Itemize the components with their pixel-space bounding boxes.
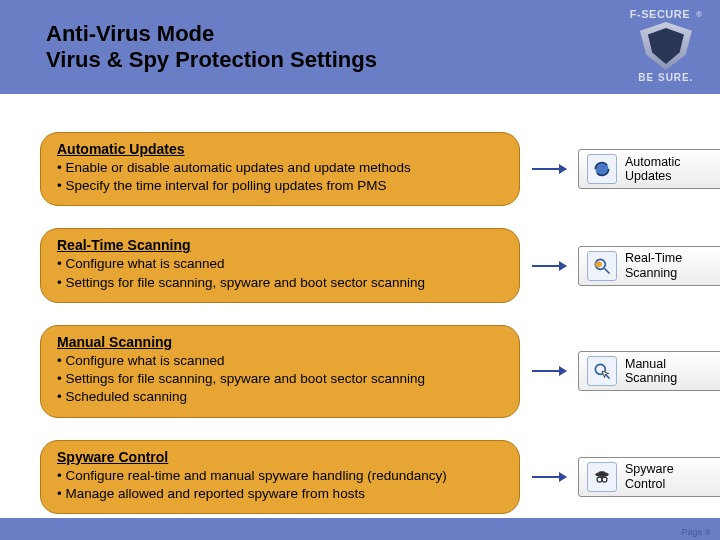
brand-shield-icon bbox=[640, 22, 692, 70]
title-line-2: Virus & Spy Protection Settings bbox=[46, 47, 377, 73]
brand-registered: ® bbox=[696, 10, 702, 19]
card-bullet: • Specify the time interval for polling … bbox=[57, 177, 501, 195]
slide-header: Anti-Virus Mode Virus & Spy Protection S… bbox=[0, 0, 720, 94]
card-bullet: • Manage allowed and reported spyware fr… bbox=[57, 485, 501, 503]
globe-refresh-icon bbox=[587, 154, 617, 184]
spy-icon bbox=[587, 462, 617, 492]
tile-real-time-scanning[interactable]: Real-Time Scanning bbox=[578, 246, 720, 286]
arrow-icon bbox=[532, 168, 566, 170]
section-spyware-control: Spyware Control • Configure real-time an… bbox=[40, 440, 704, 514]
arrow-icon bbox=[532, 265, 566, 267]
brand-block: F-SECURE ® BE SURE. bbox=[630, 8, 702, 83]
tile-automatic-updates[interactable]: Automatic Updates bbox=[578, 149, 720, 189]
slide-body: Automatic Updates • Enable or disable au… bbox=[0, 94, 720, 514]
svg-point-9 bbox=[602, 477, 607, 482]
svg-line-2 bbox=[605, 268, 610, 273]
tile-label: Spyware Control bbox=[625, 462, 674, 491]
tile-label: Automatic Updates bbox=[625, 155, 681, 184]
svg-rect-7 bbox=[599, 471, 606, 475]
brand-tagline: BE SURE. bbox=[638, 72, 693, 83]
title-line-1: Anti-Virus Mode bbox=[46, 21, 377, 47]
card-real-time-scanning: Real-Time Scanning • Configure what is s… bbox=[40, 228, 520, 302]
page-number: Page 9 bbox=[681, 527, 710, 537]
section-real-time-scanning: Real-Time Scanning • Configure what is s… bbox=[40, 228, 704, 302]
card-bullet: • Enable or disable automatic updates an… bbox=[57, 159, 501, 177]
section-automatic-updates: Automatic Updates • Enable or disable au… bbox=[40, 132, 704, 206]
card-bullet: • Configure what is scanned bbox=[57, 352, 501, 370]
magnifier-cursor-icon bbox=[587, 356, 617, 386]
card-bullet: • Settings for file scanning, spyware an… bbox=[57, 370, 501, 388]
arrow-icon bbox=[532, 370, 566, 372]
brand-name: F-SECURE bbox=[630, 8, 690, 20]
card-automatic-updates: Automatic Updates • Enable or disable au… bbox=[40, 132, 520, 206]
tile-label: Manual Scanning bbox=[625, 357, 677, 386]
card-bullet: • Configure real-time and manual spyware… bbox=[57, 467, 501, 485]
slide-footer-bar bbox=[0, 518, 720, 540]
tile-spyware-control[interactable]: Spyware Control bbox=[578, 457, 720, 497]
slide-title: Anti-Virus Mode Virus & Spy Protection S… bbox=[46, 21, 377, 74]
arrow-icon bbox=[532, 476, 566, 478]
card-title: Spyware Control bbox=[57, 449, 501, 465]
card-bullet: • Scheduled scanning bbox=[57, 388, 501, 406]
magnifier-shield-icon bbox=[587, 251, 617, 281]
card-title: Real-Time Scanning bbox=[57, 237, 501, 253]
tile-manual-scanning[interactable]: Manual Scanning bbox=[578, 351, 720, 391]
section-manual-scanning: Manual Scanning • Configure what is scan… bbox=[40, 325, 704, 418]
card-bullet: • Settings for file scanning, spyware an… bbox=[57, 274, 501, 292]
card-manual-scanning: Manual Scanning • Configure what is scan… bbox=[40, 325, 520, 418]
card-spyware-control: Spyware Control • Configure real-time an… bbox=[40, 440, 520, 514]
tile-label: Real-Time Scanning bbox=[625, 251, 682, 280]
card-title: Automatic Updates bbox=[57, 141, 501, 157]
svg-point-8 bbox=[597, 477, 602, 482]
card-bullet: • Configure what is scanned bbox=[57, 255, 501, 273]
card-title: Manual Scanning bbox=[57, 334, 501, 350]
